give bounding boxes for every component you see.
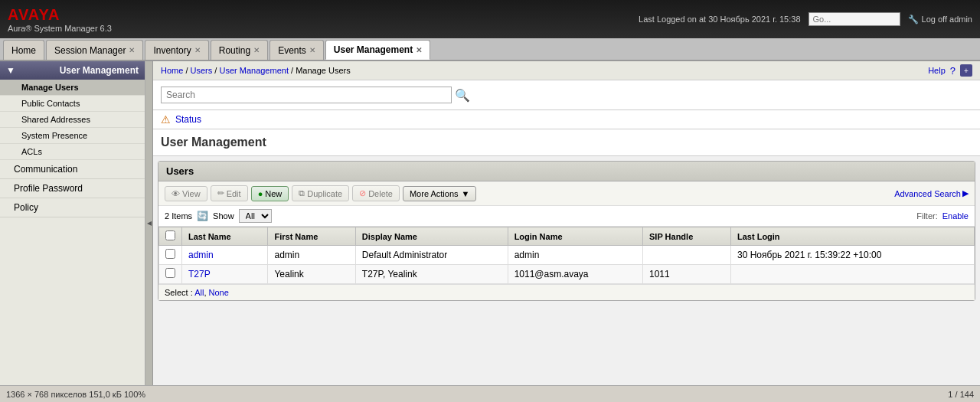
tab-routing-label: Routing [219,45,250,56]
row1-checkbox[interactable] [165,268,175,278]
more-actions-arrow-icon: ▼ [462,189,470,198]
edit-button[interactable]: ✏ Edit [211,185,248,201]
row0-last-name: admin [182,246,268,265]
col-header-checkbox [159,227,182,246]
more-actions-label: More Actions [410,189,459,198]
row0-checkbox-cell [159,246,182,265]
table-row: T27P Yealink T27P, Yealink 1011@asm.avay… [159,265,975,284]
items-count: 2 Items [165,211,192,221]
users-section-header: Users [158,162,975,181]
row0-login-name: admin [508,246,642,265]
tab-inventory-close[interactable]: ✕ [194,46,201,54]
view-label: View [182,189,201,198]
logo-area: AVAYA Aura® System Manager 6.3 [8,6,112,33]
table-row: admin admin Default Administrator admin … [159,246,975,265]
tab-inventory[interactable]: Inventory ✕ [145,40,208,60]
tab-home[interactable]: Home [3,40,44,60]
header-right: Last Logged on at 30 Ноябрь 2021 г. 15:3… [639,12,972,26]
row1-first-name: Yealink [268,265,355,284]
new-icon: ● [258,189,263,198]
col-header-login-name: Login Name [508,227,642,246]
tab-routing-close[interactable]: ✕ [253,46,260,54]
header: AVAYA Aura® System Manager 6.3 Last Logg… [0,0,980,38]
filter-enable-link[interactable]: Enable [942,211,969,221]
refresh-icon[interactable]: 🔄 [197,211,208,221]
tab-events[interactable]: Events ✕ [270,40,324,60]
select-none-link[interactable]: None [209,288,229,297]
sidebar-item-communication[interactable]: Communication [0,160,145,179]
search-icon: 🔍 [455,89,470,102]
breadcrumb-user-management[interactable]: User Management [219,66,289,75]
system-title: Aura® System Manager 6.3 [8,24,112,33]
users-section-title: Users [166,165,194,177]
items-bar: 2 Items 🔄 Show All 10 25 50 Filter: Enab… [158,206,975,227]
duplicate-icon: ⧉ [299,188,305,198]
sidebar-section-title: User Management [60,65,139,76]
sidebar-item-shared-addresses[interactable]: Shared Addresses [0,112,145,128]
col-header-display-name: Display Name [355,227,508,246]
status-label[interactable]: Status [175,114,201,125]
page-title: User Management [161,136,972,149]
row1-last-login [730,265,974,284]
tab-user-management-close[interactable]: ✕ [416,46,422,54]
sidebar-collapse-button[interactable]: ◀ [145,61,153,385]
col-header-last-name: Last Name [182,227,268,246]
breadcrumb-users[interactable]: Users [191,66,213,75]
logoff-button[interactable]: 🔧 Log off admin [908,15,972,25]
show-select[interactable]: All 10 25 50 [239,209,272,223]
row1-display-name: T27P, Yealink [355,265,508,284]
users-table: Last Name First Name Display Name Login … [158,227,975,284]
warning-icon: ⚠ [161,113,171,126]
view-button[interactable]: 👁 View [165,186,207,201]
show-label: Show [213,211,234,221]
delete-label: Delete [368,189,393,198]
delete-button[interactable]: ⊘ Delete [352,185,400,201]
status-bar: ⚠ Status [153,110,980,129]
tab-events-label: Events [278,45,306,56]
search-form: 🔍 [161,87,470,103]
tab-routing[interactable]: Routing ✕ [211,40,268,60]
select-row: Select : All, None [158,284,975,300]
sidebar-section-header[interactable]: ▼ User Management [0,61,145,80]
users-toolbar: 👁 View ✏ Edit ● New ⧉ Duplicate ⊘ Del [158,181,975,206]
sidebar-item-profile-password[interactable]: Profile Password [0,179,145,198]
avaya-logo: AVAYA [8,6,112,24]
row1-last-name-link[interactable]: T27P [188,269,211,279]
sidebar-item-system-presence[interactable]: System Presence [0,128,145,144]
sidebar-item-acls[interactable]: ACLs [0,144,145,160]
breadcrumb-bar: Home / Users / User Management / Manage … [153,61,980,80]
tab-session-manager-close[interactable]: ✕ [129,46,135,54]
sidebar-section-arrow: ▼ [6,65,15,76]
row1-last-name: T27P [182,265,268,284]
row0-last-name-link[interactable]: admin [188,250,214,260]
sidebar-item-public-contacts[interactable]: Public Contacts [0,96,145,112]
sidebar-item-manage-users[interactable]: Manage Users [0,80,145,96]
row0-checkbox[interactable] [165,249,175,259]
help-link[interactable]: Help [928,66,946,75]
expand-button[interactable]: + [960,64,972,77]
advanced-search-arrow-icon: ▶ [962,188,969,198]
breadcrumb: Home / Users / User Management / Manage … [161,66,351,75]
search-button[interactable]: 🔍 [455,88,470,103]
row1-login-name: 1011@asm.avaya [508,265,642,284]
last-logged-label: Last Logged on at 30 Ноябрь 2021 г. 15:3… [639,15,800,24]
sidebar-item-label-public-contacts: Public Contacts [21,99,80,108]
tab-user-management-label: User Management [334,44,413,55]
new-button[interactable]: ● New [251,186,289,201]
breadcrumb-home[interactable]: Home [161,66,183,75]
search-input[interactable] [161,87,452,103]
help-question-icon[interactable]: ? [950,65,956,77]
duplicate-label: Duplicate [307,189,342,198]
tab-events-close[interactable]: ✕ [309,46,315,54]
sidebar-item-policy[interactable]: Policy [0,198,145,217]
duplicate-button[interactable]: ⧉ Duplicate [292,185,349,201]
table-header-row: Last Name First Name Display Name Login … [159,227,975,246]
tab-user-management[interactable]: User Management ✕ [325,40,430,60]
tab-session-manager[interactable]: Session Manager ✕ [46,40,143,60]
more-actions-button[interactable]: More Actions ▼ [403,186,476,201]
tab-inventory-label: Inventory [153,45,191,56]
select-all-checkbox[interactable] [165,230,175,240]
go-input[interactable] [808,12,900,26]
advanced-search-link[interactable]: Advanced Search ▶ [894,188,969,198]
select-all-link[interactable]: All [194,288,204,297]
